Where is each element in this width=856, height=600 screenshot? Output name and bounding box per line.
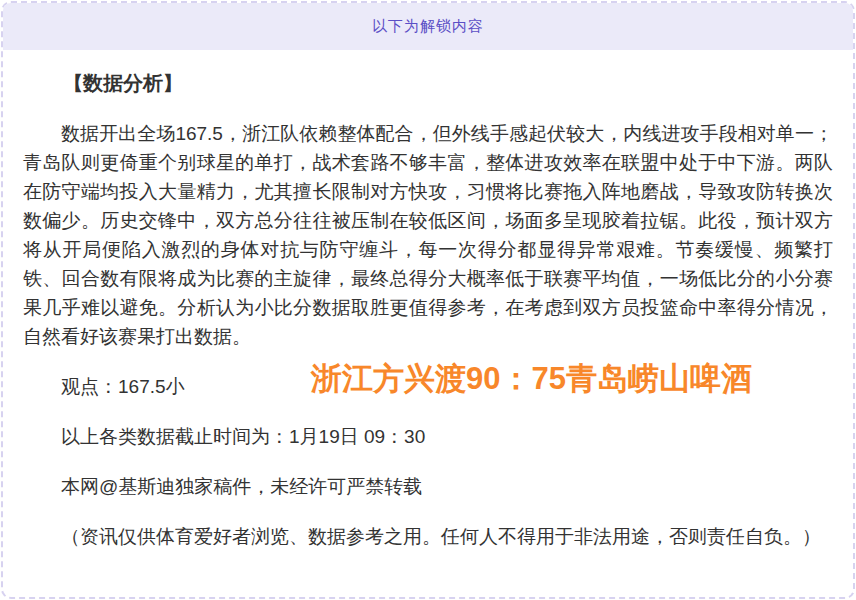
data-cutoff-line: 以上各类数据截止时间为：1月19日 09：30	[23, 422, 833, 451]
copyright-line: 本网@基斯迪独家稿件，未经许可严禁转载	[23, 472, 833, 501]
article-content: 【数据分析】 数据开出全场167.5，浙江队依赖整体配合，但外线手感起伏较大，内…	[3, 70, 853, 571]
unlock-banner: 以下为解锁内容	[3, 3, 853, 50]
section-title: 【数据分析】	[23, 70, 833, 96]
score-highlight: 浙江方兴渡90：75青岛崂山啤酒	[311, 358, 752, 400]
disclaimer-line: （资讯仅供体育爱好者浏览、数据参考之用。任何人不得用于非法用途，否则责任自负。）	[23, 522, 833, 551]
unlock-banner-label: 以下为解锁内容	[372, 17, 484, 36]
analysis-paragraph: 数据开出全场167.5，浙江队依赖整体配合，但外线手感起伏较大，内线进攻手段相对…	[23, 119, 833, 351]
unlocked-content-card: 以下为解锁内容 【数据分析】 数据开出全场167.5，浙江队依赖整体配合，但外线…	[1, 1, 855, 599]
